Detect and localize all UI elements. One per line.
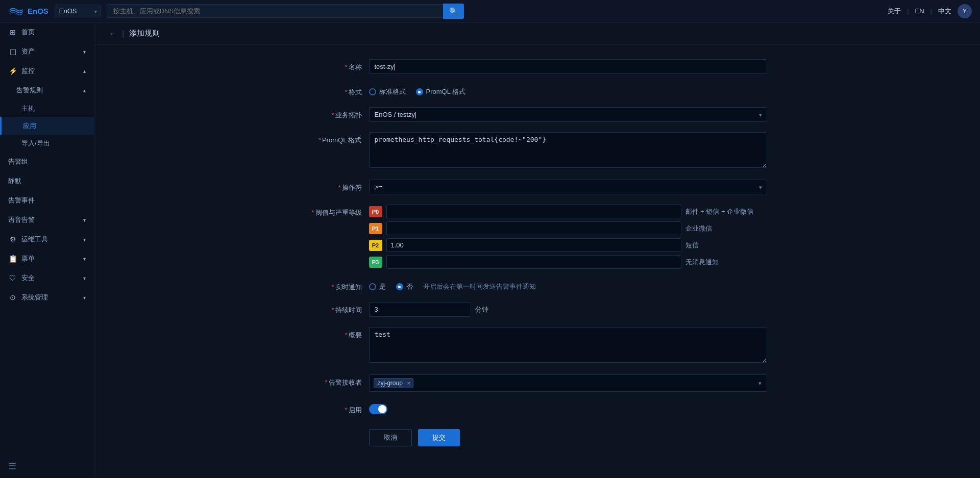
page-header: ← | 添加规则 [94, 22, 980, 45]
sidebar-item-host[interactable]: 主机 [0, 100, 94, 117]
lang-en[interactable]: EN [915, 7, 924, 15]
sidebar-item-ops-tool[interactable]: ⚙ 运维工具 ▾ [0, 230, 94, 249]
search-button[interactable]: 🔍 [443, 4, 464, 19]
form-row-promql: *PromQL 格式 prometheus_http_requests_tota… [308, 132, 767, 169]
topbar-right: 关于 | EN | 中文 Y [888, 4, 972, 18]
enable-toggle[interactable] [369, 404, 387, 414]
p2-input[interactable] [386, 238, 681, 252]
security-arrow: ▾ [83, 275, 86, 281]
operator-field: >= > <= < = ▾ [369, 180, 767, 194]
p0-badge: P0 [369, 206, 382, 217]
remove-tag-btn[interactable]: × [407, 380, 410, 386]
duration-wrap: 分钟 [369, 302, 767, 317]
sidebar-collapse-btn[interactable]: ☰ [0, 455, 94, 478]
biz-topo-select[interactable]: EnOS / testzyj [369, 107, 767, 122]
logo: EnOS [8, 6, 48, 16]
name-field [369, 59, 767, 74]
name-input[interactable] [369, 59, 767, 74]
enable-field [369, 402, 767, 414]
p3-input[interactable] [386, 255, 681, 269]
threshold-label: *阈值与严重等级 [308, 205, 369, 217]
search-input[interactable] [107, 4, 443, 18]
name-label: ** 名称名称 [308, 59, 369, 72]
format-promql-radio[interactable] [416, 88, 423, 95]
sidebar-item-asset[interactable]: ◫ 资产 ▾ [0, 42, 94, 61]
sidebar-item-alert-event[interactable]: 告警事件 [0, 191, 94, 210]
duration-input[interactable] [369, 302, 471, 317]
receiver-tag-input[interactable]: zyj-group × ▾ [369, 374, 767, 392]
promql-field: prometheus_http_requests_total{code!~"20… [369, 132, 767, 169]
operator-select-wrap: >= > <= < = ▾ [369, 180, 767, 194]
env-select[interactable]: EnOS [55, 5, 101, 17]
sidebar-item-home[interactable]: ⊞ 首页 [0, 22, 94, 42]
summary-input[interactable]: test [369, 327, 767, 363]
sidebar-item-voice-alert[interactable]: 语音告警 ▾ [0, 210, 94, 230]
form-row-summary: *概要 test [308, 327, 767, 364]
realtime-no-option[interactable]: 否 [396, 282, 413, 291]
realtime-no-radio[interactable] [396, 283, 403, 290]
avatar[interactable]: Y [958, 4, 972, 18]
p3-badge: P3 [369, 257, 382, 268]
sidebar-item-app[interactable]: 应用 [0, 117, 94, 135]
ticket-icon: 📋 [8, 255, 17, 263]
threshold-row-p2: P2 短信 [369, 238, 767, 252]
summary-field: test [369, 327, 767, 364]
sidebar-item-security[interactable]: 🛡 安全 ▾ [0, 268, 94, 288]
enable-label: *启用 [308, 402, 369, 415]
form-row-threshold: *阈值与严重等级 P0 邮件 + 短信 + 企业微信 P1 企业微信 [308, 205, 767, 269]
realtime-field: 是 否 开启后会在第一时间发送告警事件通知 [369, 279, 767, 291]
enos-logo-icon [8, 6, 24, 16]
search-wrap: 🔍 [107, 4, 464, 19]
format-standard-option[interactable]: 标准格式 [369, 87, 406, 96]
sidebar-item-mute[interactable]: 静默 [0, 171, 94, 191]
format-standard-radio[interactable] [369, 88, 376, 95]
monitor-icon: ⚡ [8, 67, 17, 75]
receiver-chevron: ▾ [758, 380, 762, 387]
sidebar-item-system-admin[interactable]: ⊙ 系统管理 ▾ [0, 288, 94, 307]
sidebar-item-import-export[interactable]: 导入/导出 [0, 135, 94, 152]
sidebar-item-alert-group[interactable]: 告警组 [0, 152, 94, 171]
operator-label: *操作符 [308, 180, 369, 192]
realtime-label: *实时通知 [308, 279, 369, 292]
form-row-realtime: *实时通知 是 否 开启后会在第一时间发送告警事件通知 [308, 279, 767, 292]
threshold-grid: P0 邮件 + 短信 + 企业微信 P1 企业微信 P2 短信 [369, 205, 767, 269]
p2-badge: P2 [369, 240, 382, 251]
back-button[interactable]: ← [109, 29, 117, 38]
form-row-receiver: *告警接收者 zyj-group × ▾ [308, 374, 767, 392]
receiver-tag-zyj-group: zyj-group × [374, 378, 413, 388]
cancel-button[interactable]: 取消 [369, 429, 412, 446]
format-promql-option[interactable]: PromQL 格式 [416, 87, 466, 96]
home-icon: ⊞ [8, 28, 17, 36]
summary-label: *概要 [308, 327, 369, 340]
p0-notify: 邮件 + 短信 + 企业微信 [685, 207, 767, 216]
page-title: 添加规则 [129, 29, 160, 38]
lang-divider2: | [930, 7, 932, 15]
submit-button[interactable]: 提交 [418, 429, 460, 446]
p1-input[interactable] [386, 221, 681, 235]
voice-alert-arrow: ▾ [83, 217, 86, 223]
alert-rules-section: 告警规则 ▴ 主机 应用 导入/导出 [0, 81, 94, 152]
lang-divider: | [907, 7, 909, 15]
operator-select[interactable]: >= > <= < = [369, 180, 767, 194]
sidebar-item-monitor[interactable]: ⚡ 监控 ▴ [0, 61, 94, 81]
realtime-yes-option[interactable]: 是 [369, 282, 386, 291]
promql-input[interactable]: prometheus_http_requests_total{code!~"20… [369, 132, 767, 168]
ops-icon: ⚙ [8, 235, 17, 243]
threshold-field: P0 邮件 + 短信 + 企业微信 P1 企业微信 P2 短信 [369, 205, 767, 269]
asset-icon: ◫ [8, 47, 17, 56]
duration-unit: 分钟 [475, 305, 488, 314]
sidebar: ⊞ 首页 ◫ 资产 ▾ ⚡ 监控 ▴ 告警规则 ▴ 主机 应用 [0, 22, 94, 478]
system-icon: ⊙ [8, 293, 17, 301]
p0-input[interactable] [386, 205, 681, 218]
sidebar-item-ticket[interactable]: 📋 票单 ▾ [0, 249, 94, 268]
about-link[interactable]: 关于 [888, 7, 901, 16]
p1-badge: P1 [369, 223, 382, 234]
biz-topo-field: EnOS / testzyj ▾ [369, 107, 767, 122]
monitor-arrow: ▴ [83, 68, 86, 74]
lang-zh[interactable]: 中文 [938, 7, 951, 16]
realtime-yes-radio[interactable] [369, 283, 376, 290]
topbar: EnOS EnOS ▾ 🔍 关于 | EN | 中文 Y [0, 0, 980, 22]
main-content: ← | 添加规则 ** 名称名称 *格式 [94, 22, 980, 478]
sidebar-item-alert-rule[interactable]: 告警规则 ▴ [0, 81, 94, 100]
form-row-operator: *操作符 >= > <= < = ▾ [308, 180, 767, 194]
